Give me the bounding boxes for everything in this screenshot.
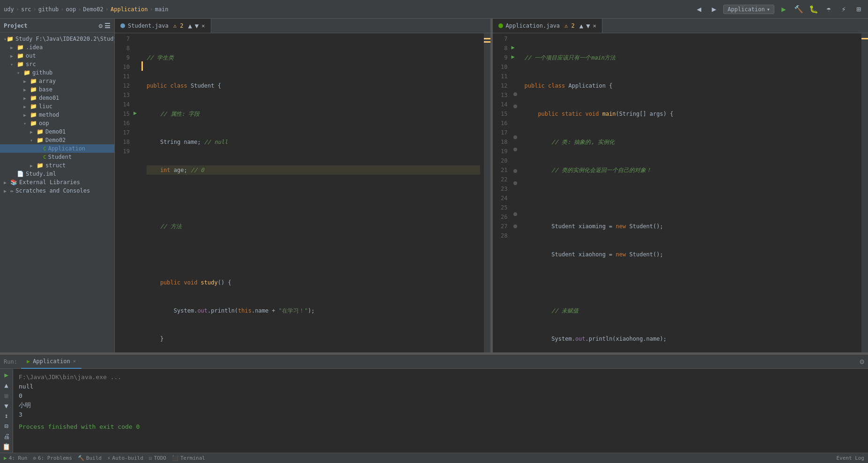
status-todo[interactable]: ☑ TODO: [149, 455, 166, 461]
breadcrumb-src: src: [21, 6, 31, 13]
top-toolbar: udy › src › github › oop › Demo02 › Appl…: [0, 0, 868, 19]
status-terminal-label: Terminal: [180, 455, 205, 461]
profile-button[interactable]: ⚡: [838, 4, 849, 15]
debug-button[interactable]: 🐛: [808, 4, 819, 15]
coverage-button[interactable]: ☂: [823, 4, 834, 15]
tree-label-Application: Application: [48, 145, 85, 152]
close-application-tab[interactable]: ✕: [593, 22, 596, 29]
folder-icon-out: 📁: [17, 52, 24, 59]
tab-student-java[interactable]: Student.java ⚠ 2 ▲ ▼ ✕: [115, 19, 211, 33]
sidebar-layout-icon[interactable]: ☰: [104, 22, 111, 30]
tree-item-array[interactable]: ▶ 📁 array: [0, 77, 114, 85]
status-bar-right: Event Log: [836, 455, 864, 461]
tree-arrow-base: ▶: [23, 87, 30, 92]
code-line-15: public void study() {: [147, 278, 480, 287]
breadcrumb: udy › src › github › oop › Demo02 › Appl…: [4, 6, 169, 13]
run-gutter-icon-8[interactable]: ▶: [512, 44, 515, 51]
run-side-scroll[interactable]: ↕: [1, 412, 12, 420]
main-area: Project ⚙ ☰ ▾ 📁 Study F:\Java\IDEA2020.2…: [0, 19, 868, 352]
sep6: ›: [149, 6, 153, 13]
status-auto-build-label: Auto-build: [112, 455, 143, 461]
tree-item-oop[interactable]: ▾ 📁 oop: [0, 119, 114, 127]
run-tab-close[interactable]: ✕: [73, 358, 76, 364]
tree-item-study[interactable]: ▾ 📁 Study F:\Java\IDEA2020.2\Study: [0, 35, 114, 43]
run-tab-application[interactable]: ▶ Application ✕: [21, 355, 82, 369]
run-tab-label: Application: [33, 358, 70, 365]
tree-item-Application[interactable]: C Application: [0, 144, 114, 153]
run-config-selector[interactable]: Application ▾: [723, 5, 774, 14]
tree-item-Student[interactable]: C Student: [0, 153, 114, 161]
layout-button[interactable]: ⊞: [853, 4, 864, 15]
run-side-filter[interactable]: ⊟: [1, 422, 12, 430]
breadcrumb-application: Application: [111, 6, 148, 13]
run-side-up[interactable]: ▲: [1, 381, 12, 389]
run-side-print[interactable]: 🖨: [1, 432, 12, 441]
left-editor-content[interactable]: 7 8 9 10 11 12 13 14 15 16 17 18 19: [115, 33, 490, 352]
run-button[interactable]: ▶: [778, 4, 789, 15]
code-line-17: }: [147, 334, 480, 344]
tree-item-method[interactable]: ▶ 📁 method: [0, 111, 114, 119]
run-side-stop[interactable]: ■: [1, 391, 12, 400]
code-line-8: public class Student {: [147, 81, 480, 90]
run-gutter-icon[interactable]: ▶: [134, 110, 137, 116]
tree-arrow-liuc: ▶: [23, 104, 30, 109]
sidebar: Project ⚙ ☰ ▾ 📁 Study F:\Java\IDEA2020.2…: [0, 19, 115, 352]
run-output-xiaoming: 小明: [19, 401, 862, 410]
tree-item-demo01[interactable]: ▶ 📁 demo01: [0, 94, 114, 102]
back-button[interactable]: ◀: [693, 4, 705, 15]
tree-label-ext: External Libraries: [19, 179, 80, 186]
sidebar-gear-icon[interactable]: ⚙: [99, 22, 103, 30]
tree-item-struct[interactable]: ▶ 📁 struct: [0, 161, 114, 170]
tree-item-scratches[interactable]: ▶ ✏ Scratches and Consoles: [0, 187, 114, 195]
scratches-icon: ✏: [10, 187, 14, 194]
folder-icon-method: 📁: [30, 112, 37, 118]
build-button[interactable]: 🔨: [793, 4, 804, 15]
status-auto-build[interactable]: ⚡ Auto-build: [107, 455, 143, 461]
r-code-line-16: // 未赋值: [525, 306, 858, 315]
code-line-7: // 学生类: [147, 53, 480, 62]
right-editor-content[interactable]: 7 8 9 10 11 12 13 14 15 16 17 18 19 20: [493, 33, 868, 352]
bottom-settings-gear[interactable]: ⚙: [860, 357, 864, 366]
left-right-gutter: [484, 33, 490, 352]
run-side-play[interactable]: ▶: [1, 371, 12, 379]
close-student-tab[interactable]: ✕: [201, 22, 205, 29]
toolbar-right: ◀ ▶ Application ▾ ▶ 🔨 🐛 ☂ ⚡ ⊞: [693, 4, 864, 15]
status-problems[interactable]: ⊙ 6: Problems: [33, 455, 72, 461]
tab-application-java[interactable]: Application.java ⚠ 2 ▲ ▼ ✕: [493, 19, 602, 33]
tree-item-study-iml[interactable]: 📄 Study.iml: [0, 170, 114, 178]
tree-arrow-array: ▶: [23, 79, 30, 84]
tree-item-Demo02[interactable]: ▾ 📁 Demo02: [0, 136, 114, 144]
tree-label-out: out: [26, 52, 36, 59]
breadcrumb-demo02: Demo02: [83, 6, 103, 13]
right-code-content[interactable]: // 一个项目应该只有一个main方法 public class Applica…: [521, 33, 862, 352]
left-code-content[interactable]: // 学生类 public class Student { // 属性: 字段 …: [143, 33, 484, 352]
run-side-copy[interactable]: 📋: [1, 442, 12, 451]
breadcrumb-oop: oop: [66, 6, 76, 13]
terminal-icon: ⬛: [172, 455, 178, 461]
run-gutter-icon-9[interactable]: ▶: [512, 53, 515, 60]
status-run[interactable]: ▶ 4: Run: [4, 455, 27, 461]
tree-item-github[interactable]: ▾ 📁 github: [0, 68, 114, 77]
warning-up-right: ▲: [579, 22, 583, 30]
tree-arrow-oop: ▾: [23, 121, 30, 126]
tree-item-src[interactable]: ▾ 📁 src: [0, 60, 114, 68]
sidebar-tools: ⚙ ☰: [99, 22, 111, 30]
tree-item-liuc[interactable]: ▶ 📁 liuc: [0, 102, 114, 111]
run-side-down[interactable]: ▼: [1, 402, 12, 410]
tree-label-src: src: [26, 61, 36, 67]
tree-item-base[interactable]: ▶ 📁 base: [0, 85, 114, 94]
tree-label-Student: Student: [48, 154, 72, 160]
editors-row: Student.java ⚠ 2 ▲ ▼ ✕ 7 8 9 10 11 12: [115, 19, 868, 352]
tree-item-ext-libs[interactable]: ▶ 📚 External Libraries: [0, 178, 114, 187]
r-code-line-13: Student xiaoming = new Student();: [525, 222, 858, 231]
status-terminal[interactable]: ⬛ Terminal: [172, 455, 205, 461]
status-build[interactable]: 🔨 Build: [78, 455, 102, 461]
status-event-log[interactable]: Event Log: [836, 455, 864, 461]
forward-button[interactable]: ▶: [708, 4, 720, 15]
java-class-icon-student: C: [43, 154, 46, 160]
tree-item-out[interactable]: ▶ 📁 out: [0, 52, 114, 60]
tree-item-idea[interactable]: ▶ 📁 .idea: [0, 43, 114, 52]
bottom-tab-bar: Run: ▶ Application ✕ ⚙: [0, 355, 868, 369]
tree-item-Demo01[interactable]: ▶ 📁 Demo01: [0, 127, 114, 136]
breadcrumb-main: main: [155, 6, 169, 13]
